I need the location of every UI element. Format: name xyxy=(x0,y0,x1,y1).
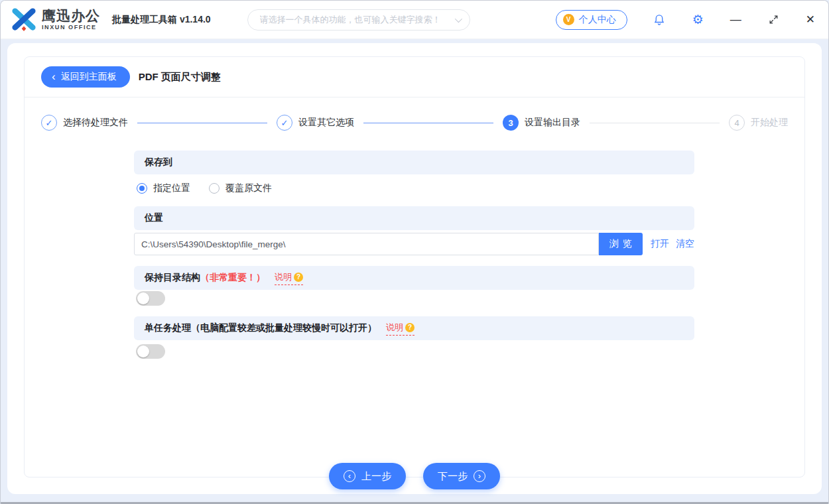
back-arrow-icon: ‹ xyxy=(52,71,56,82)
gear-icon: ⚙ xyxy=(692,13,704,26)
step-3-output-dir: 3 设置输出目录 xyxy=(503,115,580,131)
previous-step-button[interactable]: ‹ 上一步 xyxy=(329,463,406,489)
logo-name-cn: 鹰迅办公 xyxy=(42,9,100,23)
settings-button[interactable]: ⚙ xyxy=(691,12,705,27)
step-1-check-icon: ✓ xyxy=(41,115,57,131)
output-path-input[interactable] xyxy=(134,233,599,255)
keep-structure-section-header: 保持目录结构 （非常重要！） 说明 ? xyxy=(134,266,694,290)
radio-specified-label: 指定位置 xyxy=(153,182,190,194)
back-button-label: 返回到主面板 xyxy=(61,71,117,83)
step-1-select-files: ✓ 选择待处理文件 xyxy=(41,115,128,131)
title-bar: 鹰迅办公 INXUN OFFICE 批量处理工具箱 v1.14.0 请选择一个具… xyxy=(1,1,828,39)
question-icon: ? xyxy=(405,323,414,332)
page-title: PDF 页面尺寸调整 xyxy=(139,71,221,84)
function-search-select[interactable]: 请选择一个具体的功能，也可输入关键字搜索！ xyxy=(247,9,470,31)
logo-name-en: INXUN OFFICE xyxy=(42,25,100,31)
single-task-help-link[interactable]: 说明 ? xyxy=(386,322,414,336)
radio-specified-location[interactable]: 指定位置 xyxy=(137,182,190,194)
single-task-section-header: 单任务处理（电脑配置较差或批量处理较慢时可以打开） 说明 ? xyxy=(134,316,694,340)
keep-structure-help-link[interactable]: 说明 ? xyxy=(275,271,303,285)
app-title: 批量处理工具箱 v1.14.0 xyxy=(112,14,211,26)
step-connector-1 xyxy=(137,123,267,123)
step-2-label: 设置其它选项 xyxy=(298,117,354,129)
logo-text: 鹰迅办公 INXUN OFFICE xyxy=(42,9,100,31)
help-label: 说明 xyxy=(386,322,403,334)
single-task-title: 单任务处理（电脑配置较差或批量处理较慢时可以打开） xyxy=(145,322,377,334)
location-section-header: 位置 xyxy=(134,206,694,230)
maximize-icon xyxy=(768,14,779,25)
minimize-icon: — xyxy=(730,14,741,25)
save-to-options: 指定位置 覆盖原文件 xyxy=(137,181,694,196)
radio-overwrite-label: 覆盖原文件 xyxy=(225,182,272,194)
radio-overwrite-original[interactable]: 覆盖原文件 xyxy=(209,182,272,194)
next-step-button[interactable]: 下一步 › xyxy=(423,463,500,489)
keep-structure-important: （非常重要！） xyxy=(200,272,265,284)
header-actions: V 个人中心 ⚙ — ✕ xyxy=(556,10,816,30)
close-button[interactable]: ✕ xyxy=(804,13,816,27)
previous-step-label: 上一步 xyxy=(361,470,391,483)
wizard-footer: ‹ 上一步 下一步 › xyxy=(329,463,500,489)
step-3-number: 3 xyxy=(503,115,519,131)
step-1-label: 选择待处理文件 xyxy=(63,117,128,129)
step-indicator: ✓ 选择待处理文件 ✓ 设置其它选项 3 设置输出目录 4 xyxy=(25,97,804,131)
step-4-label: 开始处理 xyxy=(751,117,788,129)
logo-x-icon xyxy=(11,7,36,32)
step-connector-3 xyxy=(590,123,720,123)
search-placeholder: 请选择一个具体的功能，也可输入关键字搜索！ xyxy=(260,14,455,26)
back-to-dashboard-button[interactable]: ‹ 返回到主面板 xyxy=(41,66,130,88)
open-folder-link[interactable]: 打开 xyxy=(651,238,669,250)
location-input-row: 浏览 打开 清空 xyxy=(134,233,694,255)
maximize-button[interactable] xyxy=(767,13,781,27)
step-2-check-icon: ✓ xyxy=(277,115,292,131)
close-icon: ✕ xyxy=(806,14,815,25)
step-3-label: 设置输出目录 xyxy=(525,117,580,129)
app-logo: 鹰迅办公 INXUN OFFICE xyxy=(11,7,100,32)
chevron-down-icon xyxy=(454,15,462,22)
app-window: 鹰迅办公 INXUN OFFICE 批量处理工具箱 v1.14.0 请选择一个具… xyxy=(0,0,829,504)
help-label: 说明 xyxy=(275,271,292,283)
notifications-button[interactable] xyxy=(651,12,667,28)
vip-badge-icon: V xyxy=(563,14,574,25)
question-icon: ? xyxy=(294,273,303,282)
radio-on-icon xyxy=(137,183,147,194)
next-arrow-icon: › xyxy=(474,470,485,482)
wizard-card: ‹ 返回到主面板 PDF 页面尺寸调整 ✓ 选择待处理文件 ✓ 设置其它选项 xyxy=(24,56,805,477)
output-settings-form: 保存到 指定位置 覆盖原文件 位置 xyxy=(134,151,694,359)
keep-structure-title: 保持目录结构 xyxy=(145,272,200,284)
tool-header: ‹ 返回到主面板 PDF 页面尺寸调整 xyxy=(25,57,804,97)
location-title: 位置 xyxy=(145,212,163,224)
content-area: ‹ 返回到主面板 PDF 页面尺寸调整 ✓ 选择待处理文件 ✓ 设置其它选项 xyxy=(1,39,828,502)
personal-center-label: 个人中心 xyxy=(579,14,616,26)
prev-arrow-icon: ‹ xyxy=(344,470,355,482)
browse-button[interactable]: 浏览 xyxy=(599,233,643,255)
step-connector-2 xyxy=(363,123,493,123)
save-to-section-header: 保存到 xyxy=(134,151,694,174)
keep-structure-toggle[interactable] xyxy=(136,291,165,306)
save-to-title: 保存到 xyxy=(145,157,172,168)
step-4-number: 4 xyxy=(729,115,745,131)
radio-off-icon xyxy=(209,183,220,194)
step-4-start-process: 4 开始处理 xyxy=(729,115,788,131)
personal-center-button[interactable]: V 个人中心 xyxy=(556,10,627,30)
next-step-label: 下一步 xyxy=(438,470,468,483)
bell-icon xyxy=(653,13,666,27)
single-task-toggle[interactable] xyxy=(136,344,165,359)
step-2-other-options: ✓ 设置其它选项 xyxy=(277,115,354,131)
minimize-button[interactable]: — xyxy=(729,13,743,27)
clear-path-link[interactable]: 清空 xyxy=(676,238,694,250)
main-panel: ‹ 返回到主面板 PDF 页面尺寸调整 ✓ 选择待处理文件 ✓ 设置其它选项 xyxy=(7,43,822,494)
